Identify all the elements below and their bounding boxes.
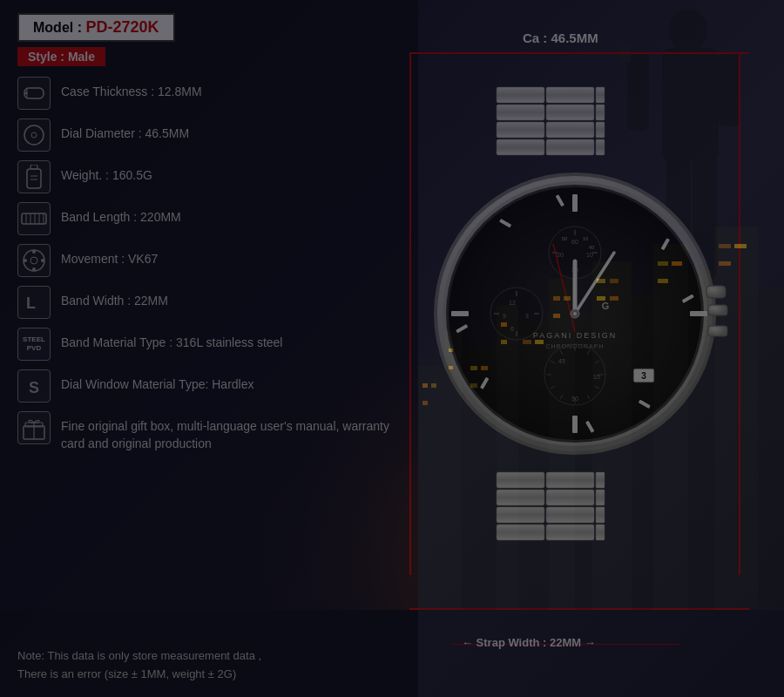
svg-rect-13 <box>688 270 714 610</box>
svg-rect-25 <box>501 340 507 344</box>
svg-rect-16 <box>422 383 428 388</box>
svg-rect-34 <box>610 296 618 301</box>
svg-rect-29 <box>564 296 571 301</box>
svg-rect-27 <box>535 340 544 344</box>
svg-rect-3 <box>418 366 444 610</box>
svg-rect-17 <box>431 383 436 388</box>
svg-rect-37 <box>658 279 668 283</box>
svg-rect-19 <box>449 348 453 352</box>
svg-rect-31 <box>597 279 605 283</box>
svg-rect-18 <box>422 401 428 405</box>
svg-rect-38 <box>719 244 731 248</box>
svg-rect-14 <box>714 227 758 610</box>
svg-rect-36 <box>672 261 682 266</box>
svg-rect-26 <box>523 340 531 344</box>
svg-rect-28 <box>553 296 560 301</box>
svg-rect-23 <box>470 383 477 388</box>
svg-rect-15 <box>758 288 784 610</box>
svg-rect-35 <box>658 261 668 266</box>
svg-rect-30 <box>553 314 560 318</box>
svg-rect-6 <box>497 305 518 610</box>
svg-rect-33 <box>597 296 605 301</box>
svg-rect-11 <box>632 296 653 610</box>
svg-rect-7 <box>518 322 549 610</box>
svg-rect-40 <box>719 261 731 266</box>
svg-rect-20 <box>449 366 453 369</box>
svg-rect-41 <box>0 610 784 697</box>
svg-rect-10 <box>592 261 632 610</box>
svg-rect-21 <box>470 366 477 370</box>
svg-rect-32 <box>610 279 618 283</box>
svg-rect-8 <box>549 279 575 610</box>
svg-rect-22 <box>481 366 488 370</box>
svg-rect-12 <box>653 244 688 610</box>
svg-rect-4 <box>444 331 462 610</box>
svg-rect-39 <box>734 244 747 248</box>
svg-rect-5 <box>462 348 497 610</box>
svg-rect-9 <box>575 314 592 610</box>
city-background <box>0 0 784 697</box>
svg-rect-24 <box>501 322 507 327</box>
